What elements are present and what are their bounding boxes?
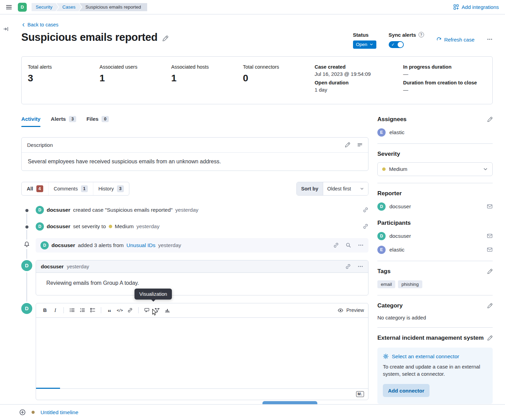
mail-icon[interactable]	[487, 233, 493, 239]
back-to-cases-link[interactable]: Back to cases	[21, 22, 58, 27]
tag-badge: phishing	[398, 280, 422, 288]
quote-button[interactable]: “	[105, 305, 114, 315]
expand-nav-icon[interactable]	[3, 26, 9, 32]
mail-icon[interactable]	[487, 203, 493, 209]
history-count-badge: 3	[117, 185, 124, 192]
tab-activity[interactable]: Activity	[21, 116, 40, 127]
sync-alerts-toggle[interactable]: ✓	[389, 41, 404, 48]
divider	[377, 261, 493, 261]
category-section: Category No category is added	[377, 302, 493, 320]
collapse-description-icon[interactable]	[357, 142, 363, 148]
check-icon: ✓	[391, 42, 395, 47]
code-button[interactable]: </>	[115, 305, 125, 315]
copy-link-icon[interactable]	[345, 264, 351, 269]
space-avatar[interactable]: D	[18, 3, 27, 12]
chevron-down-icon	[360, 187, 364, 191]
tab-alerts[interactable]: Alerts3	[51, 116, 76, 127]
severity-select[interactable]: Medium	[377, 162, 493, 176]
event-dot-icon	[25, 209, 28, 212]
reporter-section: Reporter D docsuser	[377, 190, 493, 211]
eye-icon	[338, 307, 343, 313]
insert-comment-button[interactable]	[142, 305, 152, 315]
case-durations-column: In progress duration — Duration from cre…	[403, 64, 489, 96]
add-integrations-link[interactable]: Add integrations	[453, 4, 499, 10]
new-comment-row: D Visualization B I	[21, 303, 368, 400]
actions-ellipsis-icon[interactable]	[358, 242, 364, 248]
divider	[377, 327, 493, 328]
avatar: D	[377, 232, 386, 240]
sort-control: Sort by Oldest first	[296, 182, 368, 196]
status-dropdown[interactable]: Open	[353, 40, 376, 49]
reporter-title: Reporter	[377, 190, 493, 197]
investigate-alerts-icon[interactable]	[345, 242, 351, 248]
assignees-section: Assignees E elastic	[377, 116, 493, 137]
app-header: D Security Cases Suspicious emails repor…	[0, 0, 505, 14]
filter-history[interactable]: History 3	[93, 182, 129, 195]
new-timeline-plus-icon[interactable]	[19, 409, 26, 416]
comment-actions-ellipsis-icon[interactable]	[357, 264, 363, 269]
add-comment-button-partial[interactable]	[262, 401, 317, 404]
insert-visualization-button[interactable]	[163, 305, 172, 315]
connector-help-text: To create and update a case in an extern…	[383, 363, 487, 378]
stat-associated-users: Associated users 1	[99, 64, 171, 96]
severity-medium-dot	[109, 225, 112, 228]
ordered-list-button[interactable]	[78, 305, 87, 315]
breadcrumb-security[interactable]: Security	[32, 3, 59, 11]
integrations-icon	[453, 4, 459, 10]
timeline-status-dot	[32, 411, 35, 414]
case-actions-ellipsis-icon[interactable]	[487, 36, 493, 42]
divider	[63, 307, 64, 313]
description-panel: Description Several employees have recei…	[21, 137, 368, 171]
refresh-case-button[interactable]: Refresh case	[436, 37, 474, 43]
comment-textarea[interactable]	[36, 318, 368, 388]
edit-tags-pencil-icon[interactable]	[487, 269, 493, 274]
unusual-ids-link[interactable]: Unusual IDs	[126, 242, 155, 248]
filter-all[interactable]: All 4	[22, 182, 49, 195]
copy-link-icon[interactable]	[333, 242, 339, 248]
chevron-down-icon	[483, 167, 488, 172]
avatar: D	[377, 202, 386, 211]
select-connector-link[interactable]: Select an external connector	[383, 353, 487, 360]
link-button[interactable]	[125, 305, 135, 315]
unordered-list-button[interactable]	[67, 305, 77, 315]
italic-button[interactable]: I	[50, 305, 60, 315]
edit-connector-pencil-icon[interactable]	[487, 335, 493, 341]
activity-timeline: D docsuser created case "Suspicious emai…	[21, 205, 368, 400]
edit-description-pencil-icon[interactable]	[345, 142, 350, 148]
copy-link-icon[interactable]	[363, 223, 368, 229]
copy-link-icon[interactable]	[363, 207, 368, 213]
filter-comments[interactable]: Comments 1	[49, 182, 93, 195]
edit-assignees-pencil-icon[interactable]	[487, 117, 493, 122]
severity-section: Severity Medium	[377, 151, 493, 176]
activity-column: Activity Alerts3 Files0 Description	[21, 116, 377, 400]
avatar: D	[21, 260, 32, 271]
timeline-bottom-bar: Untitled timeline	[0, 404, 505, 420]
help-icon[interactable]: ?	[419, 32, 424, 37]
mail-icon[interactable]	[487, 247, 493, 253]
menu-icon[interactable]	[5, 3, 13, 11]
gear-icon	[383, 353, 389, 359]
status-label: Status	[353, 32, 376, 38]
event-dot-icon	[25, 225, 28, 229]
sort-order-select[interactable]: Oldest first	[323, 182, 368, 195]
untitled-timeline-link[interactable]: Untitled timeline	[40, 409, 78, 416]
chevron-down-icon	[369, 43, 373, 46]
alerts-count-badge: 3	[69, 116, 76, 122]
tab-files[interactable]: Files0	[86, 116, 109, 127]
description-title: Description	[27, 142, 53, 148]
external-system-title: External incident management system	[377, 335, 484, 341]
bold-button[interactable]: B	[40, 305, 50, 315]
stat-associated-hosts: Associated hosts 1	[171, 64, 243, 96]
case-title-row: Suspicious emails reported Status Open S…	[21, 31, 493, 49]
main-content: Back to cases Suspicious emails reported…	[12, 14, 505, 404]
edit-title-pencil-icon[interactable]	[162, 35, 168, 42]
visualization-tooltip: Visualization	[134, 289, 172, 300]
page-title: Suspicious emails reported	[21, 31, 157, 44]
all-count-badge: 4	[36, 185, 43, 192]
breadcrumb-cases[interactable]: Cases	[56, 3, 82, 11]
task-list-button[interactable]	[88, 305, 97, 315]
add-connector-button[interactable]: Add connector	[383, 384, 430, 397]
edit-category-pencil-icon[interactable]	[487, 303, 493, 308]
preview-button[interactable]: Preview	[338, 307, 364, 313]
breadcrumb: Security Cases Suspicious emails reporte…	[32, 3, 147, 11]
